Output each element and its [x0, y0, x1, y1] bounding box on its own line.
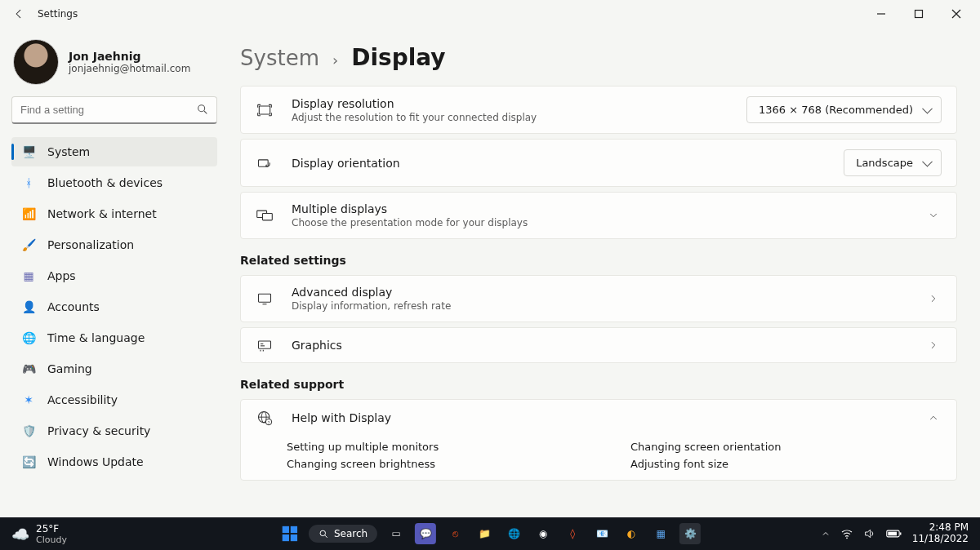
app-icon-1[interactable]: ◐ [621, 523, 642, 544]
sidebar-item-label: Time & language [47, 331, 145, 344]
weather-condition: Cloudy [36, 534, 67, 545]
volume-icon[interactable] [863, 528, 876, 539]
minimize-button[interactable] [862, 2, 900, 26]
monitor-icon [256, 291, 274, 306]
breadcrumb: System › Display [240, 44, 957, 71]
battery-icon[interactable] [886, 529, 902, 539]
sidebar-item-label: Personalization [47, 238, 134, 251]
help-with-display: ? Help with Display Setting up multiple … [240, 399, 957, 481]
sidebar-item-label: Privacy & security [47, 424, 150, 437]
taskbar-weather[interactable]: ☁️ 25°F Cloudy [0, 523, 67, 545]
system-tray: 2:48 PM 11/18/2022 [821, 522, 980, 545]
profile-block[interactable]: Jon Jaehnig jonjaehnig@hotmail.com [11, 39, 217, 85]
orientation-dropdown[interactable]: Landscape [844, 149, 942, 176]
svg-line-3 [204, 111, 207, 113]
svg-rect-10 [259, 341, 271, 348]
resolution-subtitle: Adjust the resolution to fit your connec… [292, 112, 728, 123]
sidebar-item-label: System [47, 145, 90, 158]
svg-rect-20 [283, 526, 289, 533]
accessibility-icon: ✶ [21, 393, 36, 407]
update-icon: 🔄 [21, 455, 36, 469]
sidebar-item-time-language[interactable]: 🌐Time & language [11, 323, 217, 353]
search-input[interactable] [11, 96, 217, 124]
multiple-displays-icon [256, 208, 274, 223]
maximize-button[interactable] [900, 2, 938, 26]
task-view-icon[interactable]: ▭ [385, 523, 407, 544]
apps-icon: ▦ [21, 268, 36, 283]
teams-icon[interactable]: 💬 [415, 523, 436, 544]
svg-rect-8 [259, 294, 271, 302]
advanced-subtitle: Display information, refresh rate [292, 300, 907, 312]
back-button[interactable] [5, 0, 33, 28]
sidebar-item-accounts[interactable]: 👤Accounts [11, 292, 217, 322]
breadcrumb-parent[interactable]: System [240, 46, 319, 70]
resolution-title: Display resolution [292, 97, 728, 110]
sidebar-item-privacy[interactable]: 🛡️Privacy & security [11, 416, 217, 446]
setting-display-resolution: Display resolution Adjust the resolution… [240, 86, 957, 134]
resolution-icon [256, 103, 274, 118]
sidebar-item-system[interactable]: 🖥️System [11, 137, 217, 166]
calculator-icon[interactable]: ▦ [650, 523, 671, 544]
sidebar-item-label: Gaming [47, 362, 92, 375]
svg-rect-7 [262, 213, 272, 220]
sidebar-item-label: Bluetooth & devices [47, 176, 163, 189]
resolution-dropdown[interactable]: 1366 × 768 (Recommended) [746, 96, 942, 123]
taskbar-clock[interactable]: 2:48 PM 11/18/2022 [912, 522, 969, 545]
taskbar-search[interactable]: Search [309, 525, 377, 543]
sidebar-item-gaming[interactable]: 🎮Gaming [11, 354, 217, 384]
sidebar-item-network[interactable]: 📶Network & internet [11, 199, 217, 228]
advanced-title: Advanced display [292, 286, 907, 299]
help-link[interactable]: Adjusting font size [630, 458, 942, 470]
chevron-up-icon [925, 412, 942, 424]
wifi-icon[interactable] [840, 528, 853, 539]
chrome-icon[interactable]: ◉ [532, 523, 554, 544]
help-link[interactable]: Changing screen brightness [287, 458, 598, 470]
setting-multiple-displays[interactable]: Multiple displays Choose the presentatio… [240, 192, 957, 239]
setting-graphics[interactable]: Graphics [240, 327, 957, 363]
sidebar-item-accessibility[interactable]: ✶Accessibility [11, 385, 217, 415]
sidebar-item-label: Apps [47, 269, 76, 282]
svg-rect-4 [259, 106, 270, 114]
office-icon[interactable]: ⎋ [444, 523, 466, 544]
orientation-title: Display orientation [292, 157, 826, 170]
accounts-icon: 👤 [21, 299, 36, 314]
setting-display-orientation: Display orientation Landscape [240, 139, 957, 187]
title-bar: Settings [0, 0, 980, 28]
tray-chevron-icon[interactable] [821, 529, 831, 539]
weather-temp: 25°F [36, 523, 67, 534]
svg-line-25 [325, 535, 327, 538]
nav-list: 🖥️SystemᚼBluetooth & devices📶Network & i… [11, 137, 217, 477]
mail-icon[interactable]: 📧 [591, 523, 612, 544]
help-header-row[interactable]: ? Help with Display [241, 400, 956, 436]
brave-icon[interactable]: ◊ [562, 523, 583, 544]
chevron-right-icon: › [332, 51, 338, 69]
chevron-down-icon [925, 210, 942, 221]
close-button[interactable] [938, 2, 975, 26]
svg-point-2 [198, 105, 205, 112]
avatar [13, 39, 59, 85]
search-box[interactable] [11, 96, 217, 124]
start-button[interactable] [279, 523, 301, 544]
svg-rect-23 [291, 534, 297, 541]
edge-icon[interactable]: 🌐 [503, 523, 524, 544]
settings-icon[interactable]: ⚙️ [679, 523, 701, 544]
sidebar-item-bluetooth[interactable]: ᚼBluetooth & devices [11, 168, 217, 197]
file-explorer-icon[interactable]: 📁 [474, 523, 495, 544]
svg-point-24 [320, 530, 326, 536]
help-link[interactable]: Changing screen orientation [630, 441, 942, 453]
clock-time: 2:48 PM [912, 522, 969, 534]
help-link[interactable]: Setting up multiple monitors [287, 441, 598, 453]
breadcrumb-current: Display [351, 44, 445, 71]
weather-icon: ☁️ [11, 526, 29, 543]
network-icon: 📶 [21, 206, 36, 221]
sidebar-item-label: Windows Update [47, 455, 144, 468]
sidebar-item-personalization[interactable]: 🖌️Personalization [11, 230, 217, 259]
main-content: System › Display Display resolution Adju… [229, 28, 980, 517]
svg-point-26 [846, 537, 848, 539]
svg-rect-29 [888, 532, 897, 536]
setting-advanced-display[interactable]: Advanced display Display information, re… [240, 275, 957, 322]
sidebar-item-update[interactable]: 🔄Windows Update [11, 447, 217, 477]
sidebar-item-apps[interactable]: ▦Apps [11, 261, 217, 291]
chevron-right-icon [925, 339, 942, 351]
sidebar: Jon Jaehnig jonjaehnig@hotmail.com 🖥️Sys… [0, 28, 229, 517]
